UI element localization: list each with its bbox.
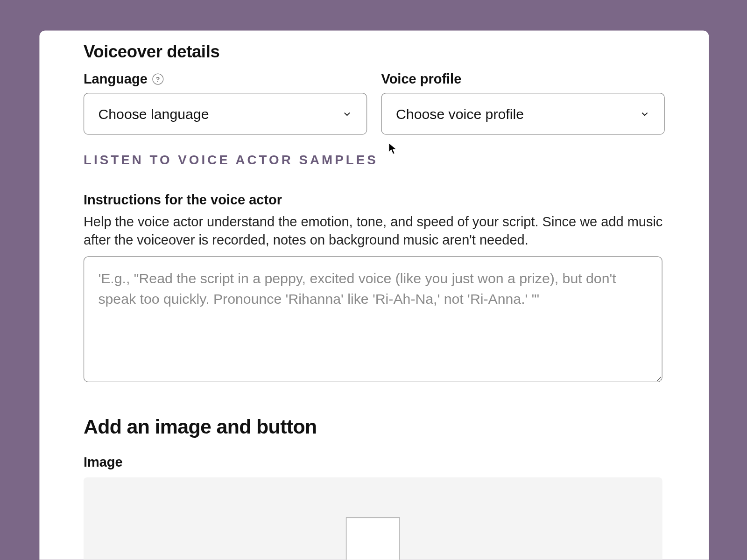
voiceover-details-heading: Voiceover details: [84, 42, 665, 62]
chevron-down-icon: [342, 108, 352, 119]
voice-profile-field: Voice profile Choose voice profile: [381, 71, 664, 134]
image-dropzone[interactable]: [84, 477, 662, 560]
instructions-help-text: Help the voice actor understand the emot…: [84, 213, 665, 249]
form-card: Voiceover details Language ? Choose lang…: [39, 31, 709, 560]
language-select-value: Choose language: [98, 105, 209, 122]
voice-profile-select[interactable]: Choose voice profile: [381, 93, 664, 134]
voice-profile-select-value: Choose voice profile: [396, 105, 524, 122]
instructions-label: Instructions for the voice actor: [84, 192, 665, 208]
chevron-down-icon: [640, 108, 650, 119]
instructions-textarea[interactable]: [84, 256, 662, 382]
help-icon[interactable]: ?: [152, 74, 163, 85]
image-placeholder-icon: [346, 518, 400, 560]
language-voice-row: Language ? Choose language Voice profile…: [84, 71, 665, 134]
language-label: Language ?: [84, 71, 367, 87]
add-image-button-heading: Add an image and button: [84, 415, 665, 438]
language-select[interactable]: Choose language: [84, 93, 367, 134]
language-label-text: Language: [84, 71, 148, 87]
voice-profile-label-text: Voice profile: [381, 71, 461, 87]
listen-samples-link[interactable]: LISTEN TO VOICE ACTOR SAMPLES: [84, 152, 665, 168]
image-label: Image: [84, 455, 665, 470]
language-field: Language ? Choose language: [84, 71, 367, 134]
voice-profile-label: Voice profile: [381, 71, 664, 87]
